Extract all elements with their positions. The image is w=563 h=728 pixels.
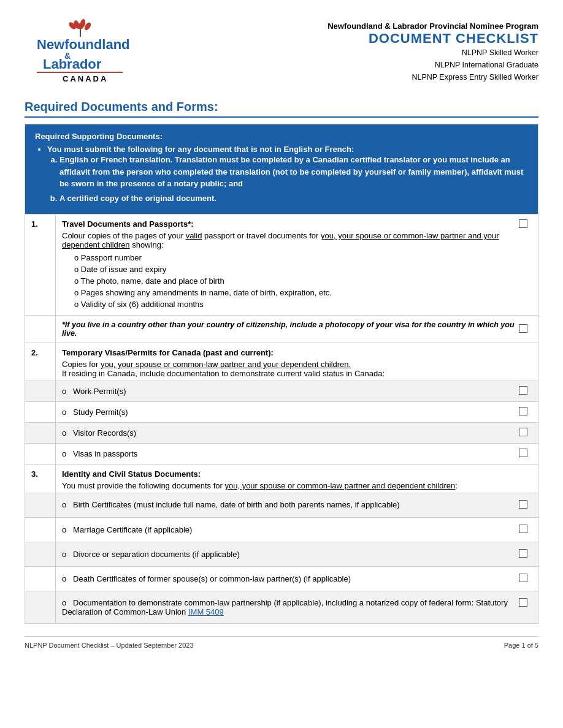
main-table: Required Supporting Documents: You must …: [25, 124, 538, 624]
footer-right: Page 1 of 5: [504, 642, 538, 649]
doc-checklist-title: DOCUMENT CHECKLIST: [135, 31, 538, 47]
notice-bullet: You must submit the following for any do…: [47, 145, 528, 204]
section-1-intro: Colour copies of the pages of your valid…: [62, 231, 515, 249]
item-text: o Marriage Certificate (if applicable): [62, 525, 192, 534]
header-sub1: NLPNP Skilled Worker: [135, 47, 538, 59]
section-2-header: 2. Temporary Visas/Permits for Canada (p…: [25, 343, 538, 381]
section-1-note: *If you live in a country other than you…: [62, 320, 515, 338]
item-text: o Documentation to demonstrate common-la…: [62, 598, 515, 616]
section-3-item-3: o Divorce or separation documents (if ap…: [25, 542, 538, 567]
notice-item-1: English or French translation. Translati…: [59, 154, 528, 190]
item-text: o Divorce or separation documents (if ap…: [62, 550, 240, 559]
imm5409-link[interactable]: IMM 5409: [188, 607, 224, 616]
section-3-item-1: o Birth Certificates (must include full …: [25, 493, 538, 518]
sub-item: Pages showing any amendments in name, da…: [74, 287, 515, 298]
section-3-number: 3.: [31, 469, 38, 479]
notice-item-2: A certified copy of the original documen…: [59, 192, 528, 205]
visas-passports-checkbox[interactable]: [515, 449, 532, 459]
item-text: o Work Permit(s): [62, 387, 126, 396]
section-1-header: 1. Travel Documents and Passports*: Colo…: [25, 214, 538, 316]
section-1-number: 1.: [31, 219, 38, 229]
death-cert-checkbox[interactable]: [515, 574, 532, 584]
svg-point-4: [77, 23, 83, 29]
section-1-heading: Travel Documents and Passports*:: [62, 219, 194, 229]
section-2-item-3: o Visitor Records(s): [25, 423, 538, 444]
section-2-item-1: o Work Permit(s): [25, 381, 538, 402]
sub-item: Passport number: [74, 252, 515, 264]
section-2-intro: Copies for you, your spouse or common-la…: [62, 360, 532, 369]
section-3-item-2: o Marriage Certificate (if applicable): [25, 518, 538, 542]
section-3-item-4: o Death Certificates of former spouse(s)…: [25, 567, 538, 591]
item-text: o Visas in passports: [62, 449, 137, 458]
divorce-docs-checkbox[interactable]: [515, 549, 532, 559]
section-2-item-4: o Visas in passports: [25, 444, 538, 464]
visitor-records-checkbox[interactable]: [515, 428, 532, 438]
svg-text:Labrador: Labrador: [43, 56, 102, 72]
marriage-cert-checkbox[interactable]: [515, 525, 532, 535]
section-3-heading: Identity and Civil Status Documents:: [62, 469, 201, 479]
item-text: o Birth Certificates (must include full …: [62, 500, 515, 509]
section-1-sublist: Passport number Date of issue and expiry…: [74, 252, 515, 310]
section-1-note-checkbox[interactable]: [515, 324, 532, 335]
sub-item: The photo, name, date and place of birth: [74, 275, 515, 287]
common-law-checkbox[interactable]: [515, 598, 532, 609]
section-3-header: 3. Identity and Civil Status Documents: …: [25, 464, 538, 493]
header-sub2: NLPNP International Graduate: [135, 59, 538, 71]
study-permit-checkbox[interactable]: [515, 407, 532, 417]
section-1-checkbox[interactable]: [515, 219, 532, 230]
item-text: o Death Certificates of former spouse(s)…: [62, 574, 351, 583]
header-text: Newfoundland & Labrador Provincial Nomin…: [135, 18, 538, 83]
work-permit-checkbox[interactable]: [515, 386, 532, 396]
section-2-heading: Temporary Visas/Permits for Canada (past…: [62, 348, 274, 357]
birth-cert-checkbox[interactable]: [515, 500, 532, 510]
logo-area: Newfoundland & Labrador CANADA: [25, 18, 135, 88]
header-sub3: NLPNP Express Entry Skilled Worker: [135, 71, 538, 83]
nl-logo: Newfoundland & Labrador CANADA: [25, 18, 129, 86]
page-header: Newfoundland & Labrador CANADA Newfoundl…: [25, 18, 538, 88]
sub-item: Validity of six (6) additional months: [74, 298, 515, 310]
section-2-intro2: If residing in Canada, include documenta…: [62, 369, 532, 378]
section-3-intro: You must provide the following documents…: [62, 481, 532, 490]
svg-text:CANADA: CANADA: [63, 74, 108, 83]
section-2-item-2: o Study Permit(s): [25, 402, 538, 423]
item-text: o Study Permit(s): [62, 408, 128, 417]
section-2-number: 2.: [31, 348, 38, 357]
notice-row: Required Supporting Documents: You must …: [25, 124, 538, 214]
section-3-item-5: o Documentation to demonstrate common-la…: [25, 591, 538, 624]
program-title: Newfoundland & Labrador Provincial Nomin…: [135, 21, 538, 31]
sub-item: Date of issue and expiry: [74, 264, 515, 275]
required-docs-title: Required Documents and Forms:: [25, 100, 538, 118]
page-footer: NLPNP Document Checklist – Updated Septe…: [25, 636, 538, 649]
footer-left: NLPNP Document Checklist – Updated Septe…: [25, 642, 194, 649]
item-text: o Visitor Records(s): [62, 428, 136, 438]
notice-box: Required Supporting Documents: You must …: [25, 124, 538, 214]
section-1-note-row: *If you live in a country other than you…: [25, 316, 538, 343]
svg-text:Newfoundland: Newfoundland: [37, 37, 129, 52]
notice-header: Required Supporting Documents:: [35, 132, 528, 141]
